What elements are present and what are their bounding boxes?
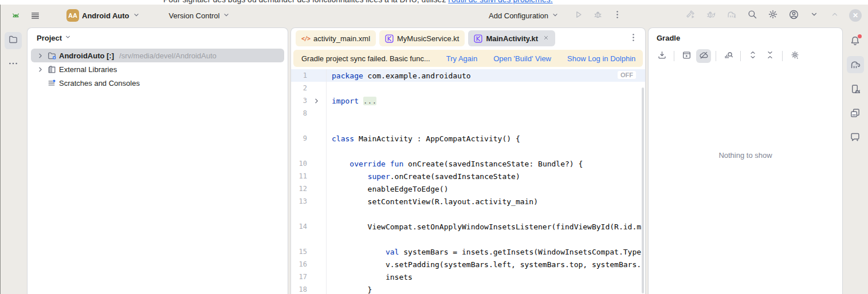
tab-close-icon[interactable] xyxy=(543,34,549,43)
tree-item-label: AndroidAuto [:] xyxy=(59,51,114,60)
tab-label: activity_main.xml xyxy=(313,34,370,43)
code-editor[interactable]: 1package com.example.androidauto23import… xyxy=(291,69,645,294)
highlighting-off-badge[interactable]: OFF xyxy=(618,71,636,79)
code-text: setContentView(R.layout.activity_main) xyxy=(327,197,538,206)
collapse-all-button[interactable] xyxy=(763,49,777,63)
code-line[interactable]: 15 val systemBars = insets.getInsets(Win… xyxy=(291,245,645,258)
debug-bug-icon xyxy=(593,10,603,22)
download-sources-button[interactable] xyxy=(654,49,669,63)
debug-bug-button[interactable] xyxy=(590,7,606,23)
main-menu-hamburger-icon[interactable] xyxy=(27,7,43,23)
more-toolwindows-button[interactable] xyxy=(5,56,22,73)
project-panel-header[interactable]: Project xyxy=(28,28,288,47)
editor-panel: </>activity_main.xmlMyMusicService.ktMai… xyxy=(290,27,646,294)
tab-options-kebab-icon[interactable] xyxy=(629,33,638,44)
code-text: super.onCreate(savedInstanceState) xyxy=(327,172,520,181)
line-number: 18 xyxy=(291,285,307,293)
settings-gear-button[interactable] xyxy=(765,7,781,23)
gutter-fold-zone xyxy=(307,245,327,258)
code-line[interactable]: 1package com.example.androidauto xyxy=(291,69,645,82)
code-line[interactable] xyxy=(291,120,645,132)
tree-row[interactable]: External Libraries xyxy=(31,62,284,76)
close-circle-icon: ✕ xyxy=(849,9,862,22)
code-line[interactable]: 3import ... xyxy=(291,94,645,107)
run-configuration-widget[interactable]: Add Configuration xyxy=(485,7,563,23)
project-widget[interactable]: AA Android Auto xyxy=(62,7,144,23)
toolbar-separator xyxy=(782,51,783,61)
line-number: 9 xyxy=(291,134,307,142)
notifications-bell-button[interactable] xyxy=(847,32,864,49)
code-line[interactable]: 14 ViewCompat.setOnApplyWindowInsetsList… xyxy=(291,220,645,233)
code-line[interactable]: 18 } xyxy=(291,283,645,294)
gradle-empty-text: Nothing to show xyxy=(649,151,842,160)
ai-assistant-chat-button[interactable] xyxy=(847,128,864,145)
code-token: v.setPadding(systemBars.left, systemBars… xyxy=(332,260,641,269)
gutter-fold-zone xyxy=(307,271,327,283)
sync-gradle-button[interactable] xyxy=(724,7,740,23)
offline-mode-button[interactable] xyxy=(696,49,711,63)
more-kebab-icon xyxy=(612,10,622,22)
expand-all-button[interactable] xyxy=(745,49,760,63)
toolbar-separator xyxy=(674,51,674,61)
gutter-fold-zone xyxy=(307,233,327,245)
gutter-fold-zone xyxy=(307,82,327,94)
code-line[interactable]: 13 setContentView(R.layout.activity_main… xyxy=(291,195,645,208)
banner-link[interactable]: Try Again xyxy=(446,54,477,63)
line-number: 13 xyxy=(291,197,307,205)
close-circle-button[interactable]: ✕ xyxy=(847,7,863,23)
rerun-debug-button[interactable] xyxy=(703,7,719,23)
toolbar-separator xyxy=(716,51,716,61)
run-play-button[interactable] xyxy=(570,7,586,23)
editor-tab[interactable]: MainActivity.kt xyxy=(468,30,555,46)
code-token: ViewCompat.setOnApplyWindowInsetsListene… xyxy=(332,223,641,231)
gradle-toolbar xyxy=(649,47,842,65)
tree-item-path: /srv/media/devel/AndroidAuto xyxy=(119,51,217,60)
search-everywhere-button[interactable] xyxy=(744,7,760,23)
offline-mode-icon xyxy=(699,50,709,62)
tree-row[interactable]: Scratches and Consoles xyxy=(31,76,284,90)
editor-scrollbar[interactable] xyxy=(642,88,644,293)
code-line[interactable]: 11 super.onCreate(savedInstanceState) xyxy=(291,170,645,182)
code-line[interactable]: 10 override fun onCreate(savedInstanceSt… xyxy=(291,157,645,170)
chevron-up-button[interactable] xyxy=(827,7,843,23)
run-task-button[interactable] xyxy=(679,49,694,63)
code-line[interactable]: 9class MainActivity : AppCompatActivity(… xyxy=(291,132,645,145)
editor-tab[interactable]: </>activity_main.xml xyxy=(296,30,376,46)
more-kebab-button[interactable] xyxy=(609,7,625,23)
tree-chevron-right-icon[interactable] xyxy=(36,65,45,74)
run-debug-cluster xyxy=(570,7,625,23)
banner-links: Try AgainOpen 'Build' ViewShow Log in Do… xyxy=(446,54,636,63)
banner-link[interactable]: Open 'Build' View xyxy=(493,54,551,63)
code-line[interactable]: 17 insets xyxy=(291,271,645,283)
gradle-settings-button[interactable] xyxy=(787,49,802,63)
running-devices-button[interactable] xyxy=(847,80,864,97)
banner-link[interactable]: Show Log in Dolphin xyxy=(567,54,635,63)
gutter-fold-zone xyxy=(307,132,327,145)
search-tasks-button[interactable] xyxy=(721,49,736,63)
run-task-icon xyxy=(682,50,692,62)
editor-tab[interactable]: MyMusicService.kt xyxy=(379,30,465,46)
code-token: super xyxy=(368,172,390,181)
notification-badge-dot xyxy=(858,34,862,38)
code-line[interactable]: 2 xyxy=(291,82,645,94)
run-configuration-label: Add Configuration xyxy=(489,11,548,20)
user-account-button[interactable] xyxy=(785,7,802,23)
gradle-elephant-button[interactable] xyxy=(847,56,864,73)
project-toolwindow-icon xyxy=(8,34,18,47)
tree-row[interactable]: AndroidAuto [:]/srv/media/devel/AndroidA… xyxy=(31,49,284,62)
code-line[interactable] xyxy=(291,208,645,220)
tree-chevron-right-icon[interactable] xyxy=(36,51,45,60)
vcs-widget[interactable]: Version Control xyxy=(165,7,235,23)
code-line[interactable] xyxy=(291,145,645,157)
code-line[interactable]: 12 enableEdgeToEdge() xyxy=(291,182,645,195)
fold-chevron-icon[interactable] xyxy=(307,94,327,107)
code-line[interactable]: 16 v.setPadding(systemBars.left, systemB… xyxy=(291,258,645,271)
build-run-button[interactable] xyxy=(682,7,698,23)
device-explorer-button[interactable] xyxy=(847,104,864,121)
code-line[interactable]: 8 xyxy=(291,107,645,120)
code-line[interactable] xyxy=(291,233,645,245)
gradle-sync-failed-banner: Gradle project sync failed. Basic func..… xyxy=(293,50,643,67)
project-toolwindow-button[interactable] xyxy=(5,32,22,49)
running-devices-icon xyxy=(850,84,861,94)
chevron-down-button[interactable] xyxy=(806,7,822,23)
